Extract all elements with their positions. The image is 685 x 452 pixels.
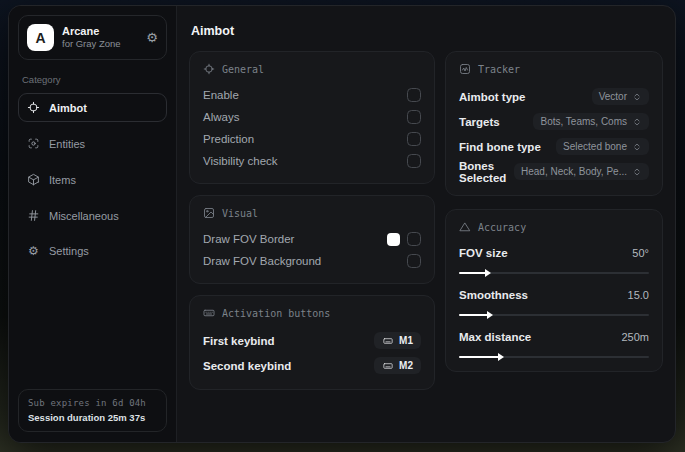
page-title: Aimbot: [191, 24, 661, 38]
setting-label: First keybind: [203, 335, 275, 347]
keyboard-icon: [382, 361, 394, 371]
triangle-icon: [459, 221, 471, 233]
session-duration-text: Session duration 25m 37s: [28, 412, 157, 423]
slider-label-row: Smoothness 15.0: [459, 284, 649, 306]
sidebar-item-settings[interactable]: ⚙ Settings: [18, 237, 167, 265]
activation-card: Activation buttons First keybind M1 Seco…: [189, 295, 435, 390]
sidebar-item-label: Entities: [49, 138, 85, 150]
visual-card: Visual Draw FOV Border Draw FOV Backgrou…: [189, 195, 435, 284]
setting-row-second-keybind: Second keybind M2: [203, 353, 421, 378]
chevron-up-down-icon: [632, 167, 642, 177]
general-card: General Enable Always Prediction: [189, 51, 435, 184]
setting-label: Second keybind: [203, 360, 291, 372]
targets-dropdown[interactable]: Bots, Teams, Coms: [533, 113, 649, 130]
accuracy-card: Accuracy FOV size 50° Smoothness: [445, 209, 663, 372]
slider-label-row: Max distance 250m: [459, 326, 649, 348]
fov-size-slider[interactable]: [459, 272, 649, 274]
sidebar-item-label: Items: [49, 174, 76, 186]
general-header-label: General: [222, 64, 264, 75]
sidebar-item-items[interactable]: Items: [18, 165, 167, 194]
setting-row-targets: Targets Bots, Teams, Coms: [459, 109, 649, 134]
brand-name: Arcane: [62, 25, 121, 37]
fov-border-controls: [387, 232, 421, 246]
chevron-up-down-icon: [632, 117, 642, 127]
sidebar-item-label: Aimbot: [49, 102, 87, 114]
main-panel: Aimbot General Enable Always: [177, 6, 675, 442]
enable-checkbox[interactable]: [407, 88, 421, 102]
image-icon: [203, 207, 215, 219]
tracker-header: Tracker: [459, 63, 649, 75]
sidebar-item-label: Miscellaneous: [49, 210, 119, 222]
prediction-checkbox[interactable]: [407, 132, 421, 146]
subscription-card: Sub expires in 6d 04h Session duration 2…: [18, 389, 167, 432]
visual-header-label: Visual: [222, 208, 258, 219]
setting-label: Max distance: [459, 331, 531, 343]
activation-header: Activation buttons: [203, 307, 421, 319]
second-keybind-button[interactable]: M2: [374, 357, 421, 374]
keyboard-icon: [382, 336, 394, 346]
smoothness-setting: Smoothness 15.0: [459, 284, 649, 316]
first-keybind-button[interactable]: M1: [374, 332, 421, 349]
max-distance-setting: Max distance 250m: [459, 326, 649, 358]
fov-size-value: 50°: [632, 247, 649, 259]
bones-selected-dropdown[interactable]: Head, Neck, Body, Pe...: [514, 163, 649, 180]
general-header: General: [203, 63, 421, 75]
setting-label: Draw FOV Border: [203, 233, 294, 245]
setting-row-bones-selected: Bones Selected Head, Neck, Body, Pe...: [459, 159, 649, 184]
tracker-card: Tracker Aimbot type Vector Targets Bots,…: [445, 51, 663, 196]
aimbot-type-dropdown[interactable]: Vector: [592, 88, 649, 105]
setting-row-first-keybind: First keybind M1: [203, 328, 421, 353]
draw-fov-border-checkbox[interactable]: [407, 232, 421, 246]
keybind-value: M1: [399, 335, 413, 346]
setting-row-prediction: Prediction: [203, 128, 421, 150]
slider-fill[interactable]: [459, 314, 488, 316]
setting-row-always: Always: [203, 106, 421, 128]
crosshair-icon: [203, 63, 215, 75]
sidebar-item-entities[interactable]: Entities: [18, 129, 167, 158]
max-distance-slider[interactable]: [459, 356, 649, 358]
setting-label: Draw FOV Background: [203, 255, 321, 267]
setting-label: Visibility check: [203, 155, 278, 167]
setting-row-aimbot-type: Aimbot type Vector: [459, 84, 649, 109]
hash-icon: [27, 209, 40, 222]
dropdown-value: Vector: [599, 91, 627, 102]
find-bone-type-dropdown[interactable]: Selected bone: [556, 138, 649, 155]
cube-icon: [27, 173, 40, 186]
activity-icon: [459, 63, 471, 75]
crosshair-icon: [27, 101, 40, 114]
dropdown-value: Head, Neck, Body, Pe...: [521, 166, 627, 177]
slider-label-row: FOV size 50°: [459, 242, 649, 264]
fov-border-color-swatch[interactable]: [387, 233, 400, 246]
category-label: Category: [22, 74, 163, 85]
setting-row-draw-fov-border: Draw FOV Border: [203, 228, 421, 250]
setting-label: Find bone type: [459, 141, 541, 153]
setting-label: Aimbot type: [459, 91, 525, 103]
gear-icon[interactable]: ⚙: [146, 31, 158, 44]
smoothness-value: 15.0: [628, 289, 649, 301]
draw-fov-background-checkbox[interactable]: [407, 254, 421, 268]
sidebar-item-miscellaneous[interactable]: Miscellaneous: [18, 201, 167, 230]
app-window: A Arcane for Gray Zone ⚙ Category Aimbot…: [8, 5, 676, 443]
setting-label: Always: [203, 111, 239, 123]
activation-header-label: Activation buttons: [222, 308, 330, 319]
brand-subtitle: for Gray Zone: [62, 39, 121, 49]
dropdown-value: Selected bone: [563, 141, 627, 152]
smoothness-slider[interactable]: [459, 314, 649, 316]
setting-label: Enable: [203, 89, 239, 101]
sidebar-item-label: Settings: [49, 245, 89, 257]
accuracy-header-label: Accuracy: [478, 222, 526, 233]
setting-row-enable: Enable: [203, 84, 421, 106]
dropdown-value: Bots, Teams, Coms: [540, 116, 627, 127]
setting-row-find-bone-type: Find bone type Selected bone: [459, 134, 649, 159]
sidebar-item-aimbot[interactable]: Aimbot: [18, 93, 167, 122]
fov-size-setting: FOV size 50°: [459, 242, 649, 274]
always-checkbox[interactable]: [407, 110, 421, 124]
setting-label: Prediction: [203, 133, 254, 145]
visibility-check-checkbox[interactable]: [407, 154, 421, 168]
scan-icon: [27, 137, 40, 150]
slider-fill[interactable]: [459, 272, 486, 274]
left-column: General Enable Always Prediction: [189, 51, 435, 390]
gear-icon: ⚙: [27, 245, 40, 257]
setting-label: Smoothness: [459, 289, 528, 301]
slider-fill[interactable]: [459, 356, 499, 358]
